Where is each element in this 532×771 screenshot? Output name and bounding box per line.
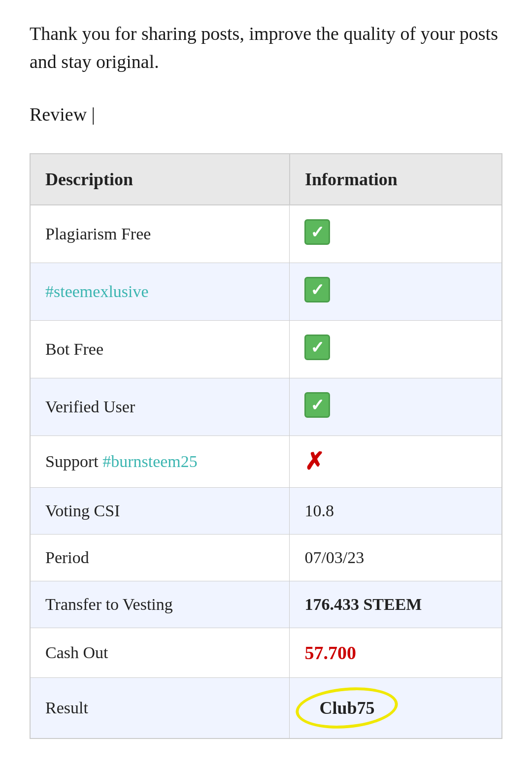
table-cell-info: ✗ (290, 436, 502, 488)
hashtag-link[interactable]: #burnsteem25 (102, 452, 198, 470)
table-row: Period07/03/23 (30, 535, 502, 581)
table-row: Transfer to Vesting176.433 STEEM (30, 581, 502, 628)
table-cell-info: 57.700 (290, 628, 502, 678)
table-cell-description: Plagiarism Free (30, 205, 290, 263)
table-row: Voting CSI10.8 (30, 488, 502, 535)
table-cell-description: Result (30, 678, 290, 739)
club-badge: Club75 (304, 692, 389, 724)
table-cell-description: Period (30, 535, 290, 581)
check-icon (304, 392, 330, 418)
bold-value: 176.433 STEEM (304, 595, 422, 613)
check-icon (304, 277, 330, 302)
header-information: Information (290, 154, 502, 205)
table-row: Plagiarism Free (30, 205, 502, 263)
red-value: 57.700 (304, 642, 356, 663)
header-description: Description (30, 154, 290, 205)
table-row: Bot Free (30, 321, 502, 378)
table-cell-description: Transfer to Vesting (30, 581, 290, 628)
table-cell-info (290, 378, 502, 436)
review-text: Review | (30, 101, 502, 129)
table-cell-info: 07/03/23 (290, 535, 502, 581)
table-row: Cash Out57.700 (30, 628, 502, 678)
table-row: Verified User (30, 378, 502, 436)
table-row: #steemexlusive (30, 263, 502, 321)
table-cell-description: Voting CSI (30, 488, 290, 535)
table-cell-info (290, 205, 502, 263)
table-cell-description: Support #burnsteem25 (30, 436, 290, 488)
table-cell-description: Cash Out (30, 628, 290, 678)
table-cell-info: Club75 (290, 678, 502, 739)
table-cell-info (290, 263, 502, 321)
table-cell-description: Verified User (30, 378, 290, 436)
table-header-row: Description Information (30, 154, 502, 205)
info-table: Description Information Plagiarism Free#… (30, 153, 502, 739)
table-cell-description: Bot Free (30, 321, 290, 378)
hashtag-link[interactable]: #steemexlusive (45, 282, 149, 301)
check-icon (304, 335, 330, 360)
table-row: ResultClub75 (30, 678, 502, 739)
table-cell-info: 10.8 (290, 488, 502, 535)
intro-text: Thank you for sharing posts, improve the… (30, 20, 502, 76)
table-cell-description: #steemexlusive (30, 263, 290, 321)
table-cell-info: 176.433 STEEM (290, 581, 502, 628)
table-cell-info (290, 321, 502, 378)
check-icon (304, 219, 330, 245)
cross-icon: ✗ (304, 450, 324, 473)
table-row: Support #burnsteem25✗ (30, 436, 502, 488)
